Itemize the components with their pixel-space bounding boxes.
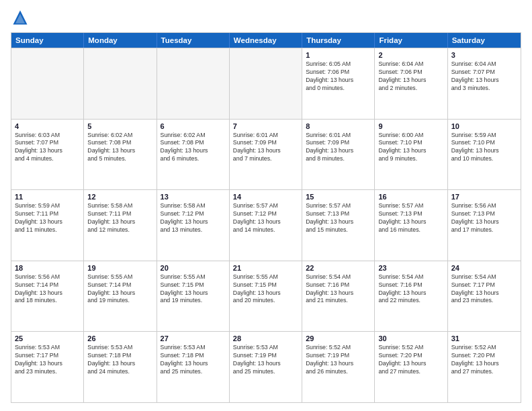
header [11,8,521,27]
day-cell-9: 9Sunrise: 6:00 AM Sunset: 7:10 PM Daylig… [375,120,447,190]
cell-info: Sunrise: 5:54 AM Sunset: 7:17 PM Dayligh… [451,273,517,306]
day-cell-26: 26Sunrise: 5:53 AM Sunset: 7:18 PM Dayli… [84,332,157,402]
day-number: 1 [306,51,371,59]
cell-info: Sunrise: 5:58 AM Sunset: 7:12 PM Dayligh… [161,202,226,234]
day-cell-28: 28Sunrise: 5:53 AM Sunset: 7:19 PM Dayli… [230,332,302,402]
cell-info: Sunrise: 6:01 AM Sunset: 7:09 PM Dayligh… [233,132,298,164]
day-cell-2: 2Sunrise: 6:04 AM Sunset: 7:06 PM Daylig… [375,48,447,119]
day-number: 19 [87,264,152,272]
day-number: 22 [306,264,371,272]
cell-info: Sunrise: 6:00 AM Sunset: 7:10 PM Dayligh… [378,132,443,164]
header-day-sunday: Sunday [11,33,84,48]
day-number: 10 [451,122,517,130]
day-number: 11 [15,193,80,201]
cell-info: Sunrise: 5:57 AM Sunset: 7:13 PM Dayligh… [306,202,371,234]
week-row-5: 25Sunrise: 5:53 AM Sunset: 7:17 PM Dayli… [11,331,521,402]
cell-info: Sunrise: 5:52 AM Sunset: 7:20 PM Dayligh… [378,344,443,376]
day-cell-11: 11Sunrise: 5:59 AM Sunset: 7:11 PM Dayli… [11,190,84,261]
calendar-body: 1Sunrise: 6:05 AM Sunset: 7:06 PM Daylig… [11,48,521,402]
day-cell-27: 27Sunrise: 5:53 AM Sunset: 7:18 PM Dayli… [157,332,230,402]
day-cell-20: 20Sunrise: 5:55 AM Sunset: 7:15 PM Dayli… [157,261,230,332]
cell-info: Sunrise: 6:02 AM Sunset: 7:08 PM Dayligh… [161,132,226,164]
cell-info: Sunrise: 6:01 AM Sunset: 7:09 PM Dayligh… [306,132,371,164]
header-day-monday: Monday [84,33,157,48]
logo [11,8,32,27]
day-cell-19: 19Sunrise: 5:55 AM Sunset: 7:14 PM Dayli… [84,261,157,332]
day-number: 16 [378,193,443,201]
empty-cell [11,48,84,119]
day-cell-1: 1Sunrise: 6:05 AM Sunset: 7:06 PM Daylig… [302,48,375,119]
cell-info: Sunrise: 5:55 AM Sunset: 7:15 PM Dayligh… [233,273,298,306]
day-cell-31: 31Sunrise: 5:52 AM Sunset: 7:20 PM Dayli… [448,332,521,402]
day-number: 24 [451,264,517,272]
day-number: 31 [451,334,517,342]
day-number: 3 [451,51,517,59]
day-number: 21 [233,264,298,272]
week-row-4: 18Sunrise: 5:56 AM Sunset: 7:14 PM Dayli… [11,261,521,332]
cell-info: Sunrise: 5:59 AM Sunset: 7:10 PM Dayligh… [451,132,517,164]
cell-info: Sunrise: 5:58 AM Sunset: 7:11 PM Dayligh… [87,202,152,234]
logo-icon [11,8,30,27]
header-day-friday: Friday [375,33,447,48]
day-cell-7: 7Sunrise: 6:01 AM Sunset: 7:09 PM Daylig… [230,120,302,190]
day-number: 4 [15,122,80,130]
day-number: 25 [15,334,80,342]
cell-info: Sunrise: 5:57 AM Sunset: 7:13 PM Dayligh… [378,202,443,234]
day-cell-16: 16Sunrise: 5:57 AM Sunset: 7:13 PM Dayli… [375,190,447,261]
page: SundayMondayTuesdayWednesdayThursdayFrid… [0,0,532,411]
day-number: 7 [233,122,298,130]
day-cell-29: 29Sunrise: 5:52 AM Sunset: 7:19 PM Dayli… [302,332,375,402]
day-number: 14 [233,193,298,201]
cell-info: Sunrise: 5:56 AM Sunset: 7:13 PM Dayligh… [451,202,517,234]
day-cell-21: 21Sunrise: 5:55 AM Sunset: 7:15 PM Dayli… [230,261,302,332]
cell-info: Sunrise: 5:52 AM Sunset: 7:19 PM Dayligh… [306,344,371,376]
day-number: 18 [15,264,80,272]
cell-info: Sunrise: 5:53 AM Sunset: 7:18 PM Dayligh… [161,344,226,376]
header-day-wednesday: Wednesday [230,33,302,48]
empty-cell [84,48,157,119]
day-number: 27 [161,334,226,342]
header-day-thursday: Thursday [302,33,375,48]
header-day-saturday: Saturday [448,33,521,48]
cell-info: Sunrise: 6:03 AM Sunset: 7:07 PM Dayligh… [15,132,80,164]
day-cell-30: 30Sunrise: 5:52 AM Sunset: 7:20 PM Dayli… [375,332,447,402]
day-number: 30 [378,334,443,342]
day-number: 2 [378,51,443,59]
day-cell-4: 4Sunrise: 6:03 AM Sunset: 7:07 PM Daylig… [11,120,84,190]
day-cell-8: 8Sunrise: 6:01 AM Sunset: 7:09 PM Daylig… [302,120,375,190]
day-number: 29 [306,334,371,342]
cell-info: Sunrise: 5:53 AM Sunset: 7:17 PM Dayligh… [15,344,80,376]
cell-info: Sunrise: 5:54 AM Sunset: 7:16 PM Dayligh… [378,273,443,306]
day-number: 9 [378,122,443,130]
day-number: 8 [306,122,371,130]
cell-info: Sunrise: 6:05 AM Sunset: 7:06 PM Dayligh… [306,60,371,93]
day-number: 28 [233,334,298,342]
week-row-2: 4Sunrise: 6:03 AM Sunset: 7:07 PM Daylig… [11,119,521,190]
empty-cell [230,48,302,119]
day-number: 20 [161,264,226,272]
day-number: 13 [161,193,226,201]
cell-info: Sunrise: 5:52 AM Sunset: 7:20 PM Dayligh… [451,344,517,376]
day-cell-3: 3Sunrise: 6:04 AM Sunset: 7:07 PM Daylig… [448,48,521,119]
empty-cell [157,48,230,119]
day-number: 15 [306,193,371,201]
cell-info: Sunrise: 6:04 AM Sunset: 7:06 PM Dayligh… [378,60,443,93]
day-cell-6: 6Sunrise: 6:02 AM Sunset: 7:08 PM Daylig… [157,120,230,190]
day-cell-18: 18Sunrise: 5:56 AM Sunset: 7:14 PM Dayli… [11,261,84,332]
day-cell-5: 5Sunrise: 6:02 AM Sunset: 7:08 PM Daylig… [84,120,157,190]
cell-info: Sunrise: 5:59 AM Sunset: 7:11 PM Dayligh… [15,202,80,234]
cell-info: Sunrise: 5:56 AM Sunset: 7:14 PM Dayligh… [15,273,80,306]
header-day-tuesday: Tuesday [157,33,230,48]
cell-info: Sunrise: 5:55 AM Sunset: 7:14 PM Dayligh… [87,273,152,306]
day-cell-14: 14Sunrise: 5:57 AM Sunset: 7:12 PM Dayli… [230,190,302,261]
day-number: 23 [378,264,443,272]
cell-info: Sunrise: 5:53 AM Sunset: 7:19 PM Dayligh… [233,344,298,376]
day-cell-10: 10Sunrise: 5:59 AM Sunset: 7:10 PM Dayli… [448,120,521,190]
day-number: 26 [87,334,152,342]
day-cell-15: 15Sunrise: 5:57 AM Sunset: 7:13 PM Dayli… [302,190,375,261]
day-cell-22: 22Sunrise: 5:54 AM Sunset: 7:16 PM Dayli… [302,261,375,332]
day-cell-17: 17Sunrise: 5:56 AM Sunset: 7:13 PM Dayli… [448,190,521,261]
day-number: 6 [161,122,226,130]
day-number: 5 [87,122,152,130]
cell-info: Sunrise: 5:57 AM Sunset: 7:12 PM Dayligh… [233,202,298,234]
